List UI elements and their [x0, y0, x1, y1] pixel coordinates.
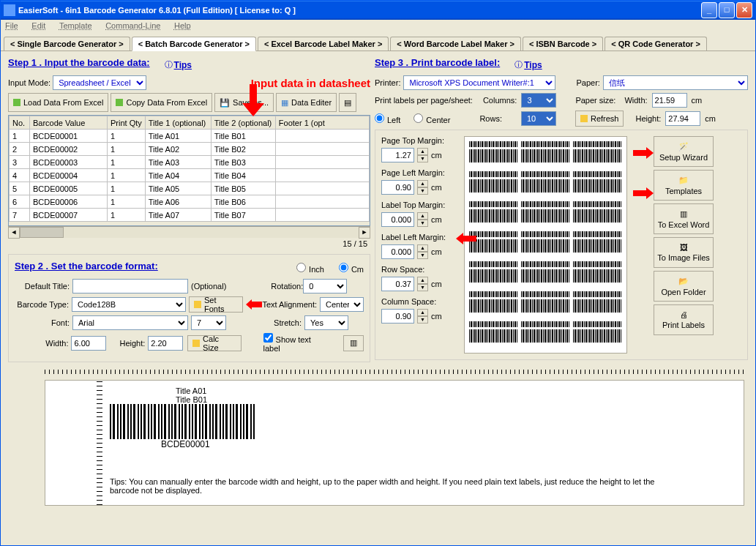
print-labels-button[interactable]: 🖨Print Labels [654, 304, 714, 335]
page-top-margin-input[interactable] [381, 148, 414, 162]
red-arrow-left-icon [456, 233, 476, 244]
col-title1[interactable]: Title 1 (optional) [145, 116, 211, 130]
columns-label: Columns: [483, 96, 517, 105]
col-qty[interactable]: Print Qty [108, 116, 146, 130]
menu-edit[interactable]: Edit [31, 21, 45, 30]
setup-wizard-button[interactable]: 🪄Setup Wizard [654, 136, 714, 167]
tab-qr[interactable]: < QR Code Generator > [605, 37, 707, 51]
row-space-input[interactable] [381, 277, 414, 291]
preview-title2: Title B01 [176, 395, 679, 404]
tab-word[interactable]: < Word Barcode Label Maker > [390, 37, 521, 51]
align-left-radio[interactable]: Left [375, 113, 400, 124]
table-row: 4BCDE000041Title A04Title B04 [10, 169, 370, 182]
set-fonts-button[interactable]: Set Fonts [189, 296, 243, 313]
cm-unit: cm [692, 96, 703, 105]
menu-commandline[interactable]: Command-Line [105, 21, 160, 30]
align-center-radio[interactable]: Center [413, 113, 450, 124]
extra-button[interactable]: ▤ [339, 93, 356, 112]
col-footer1[interactable]: Footer 1 (opt [275, 116, 369, 130]
tab-isbn[interactable]: < ISBN Barcode > [523, 37, 603, 51]
data-grid[interactable]: No. Barcode Value Print Qty Title 1 (opt… [8, 115, 370, 226]
rotation-label: Rotation: [248, 282, 303, 291]
page-left-margin-label: Page Left Margin: [381, 168, 458, 177]
barcode-type-label: Barcode Type: [15, 300, 69, 309]
templates-button[interactable]: 📁Templates [654, 170, 714, 201]
stretch-select[interactable]: Yes [304, 315, 348, 330]
rows-select[interactable]: 10 [521, 111, 556, 126]
col-barcode[interactable]: Barcode Value [30, 116, 108, 130]
menu-template[interactable]: Template [59, 21, 92, 30]
font-select[interactable]: Arial [72, 315, 188, 330]
col-title2[interactable]: Title 2 (optional) [211, 116, 275, 130]
unit-cm-radio[interactable]: Cm [339, 263, 364, 274]
horizontal-ruler [45, 370, 744, 374]
load-excel-button[interactable]: Load Data From Excel [8, 93, 108, 112]
grid-counter: 15 / 15 [8, 238, 370, 250]
col-no[interactable]: No. [10, 116, 30, 130]
tab-single[interactable]: < Single Barcode Generator > [4, 37, 130, 51]
label-left-margin-input[interactable] [381, 244, 414, 259]
height-label: Height: [119, 339, 145, 348]
barcode-type-select[interactable]: Code128B [72, 297, 186, 312]
printer-select[interactable]: Microsoft XPS Document Writer#:1 [403, 75, 555, 90]
data-editor-button[interactable]: ▦Data Editer [276, 93, 337, 112]
pwidth-label: Width: [624, 96, 647, 105]
app-icon [4, 4, 15, 16]
page-left-margin-input[interactable] [381, 180, 414, 195]
tab-batch[interactable]: < Batch Barcode Generator > [132, 37, 256, 51]
to-image-files-button[interactable]: 🖼To Image Files [654, 237, 714, 268]
refresh-button[interactable]: Refresh [575, 111, 624, 127]
font-size-select[interactable]: 7 [191, 315, 226, 330]
default-title-label: Default Title: [15, 282, 70, 291]
open-folder-button[interactable]: 📂Open Folder [654, 271, 714, 302]
table-row: 3BCDE000031Title A03Title B03 [10, 156, 370, 169]
svg-marker-0 [242, 84, 264, 116]
menu-file[interactable]: File [5, 21, 18, 30]
annotation-input-data: Input data in datasheet [251, 77, 370, 89]
tab-bar: < Single Barcode Generator > < Batch Bar… [1, 34, 755, 51]
paper-size-label: Paper size: [575, 96, 615, 105]
rotation-select[interactable]: 0 [303, 279, 347, 293]
height-input[interactable] [148, 336, 183, 351]
spin-control[interactable]: ▲▼ [417, 148, 428, 162]
label-top-margin-input[interactable] [381, 212, 414, 227]
barcode-icon-button[interactable]: ▥ [343, 335, 364, 351]
step1-toolbar: Load Data From Excel Copy Data From Exce… [8, 93, 370, 112]
minimize-button[interactable]: _ [701, 2, 717, 18]
calc-size-button[interactable]: Calc Size [187, 335, 241, 351]
red-arrow-right-icon [633, 147, 654, 159]
label-top-margin-label: Label Top Margin: [381, 201, 458, 209]
to-excel-word-button[interactable]: ▥To Excel Word [654, 203, 714, 234]
maximize-button[interactable]: □ [719, 2, 735, 18]
width-input[interactable] [71, 336, 106, 351]
unit-inch-radio[interactable]: Inch [296, 263, 324, 274]
svg-marker-3 [633, 147, 654, 159]
layout-preview [464, 136, 627, 354]
step1-heading: Step 1 . Input the barcode data: [8, 57, 150, 68]
pwidth-input[interactable] [652, 93, 687, 108]
step3-heading: Step 3 . Print barcode label: [375, 57, 500, 68]
default-title-input[interactable] [72, 279, 188, 293]
step1-tips-link[interactable]: Tips [174, 60, 192, 70]
labels-per-label: Print labels per page/sheet: [375, 96, 473, 105]
show-text-checkbox[interactable]: Show text label [263, 333, 329, 353]
menu-help[interactable]: Help [174, 21, 191, 30]
grid-h-scrollbar[interactable]: ◄► [8, 226, 370, 238]
step2-heading: Step 2 . Set the barcode format: [15, 261, 158, 272]
input-mode-select[interactable]: Spreadsheet / Excel [53, 75, 146, 90]
pheight-label: Height: [635, 114, 661, 123]
paper-select[interactable]: 信纸 [603, 75, 748, 90]
label-left-margin-label: Label Left Margin: [381, 233, 458, 242]
text-align-label: Text Alignment: [256, 300, 317, 309]
tab-excel[interactable]: < Excel Barcode Label Maker > [258, 37, 389, 51]
copy-excel-button[interactable]: Copy Data From Excel [111, 93, 212, 112]
col-space-input[interactable] [381, 309, 414, 324]
text-align-select[interactable]: Center [320, 297, 364, 312]
page-top-margin-label: Page Top Margin: [381, 136, 458, 145]
pheight-input[interactable] [665, 111, 700, 126]
input-mode-label: Input Mode: [8, 78, 50, 87]
menubar: File Edit Template Command-Line Help [1, 20, 755, 34]
step3-tips-link[interactable]: Tips [524, 60, 542, 70]
close-button[interactable]: ✕ [736, 2, 752, 18]
columns-select[interactable]: 3 [521, 93, 556, 108]
